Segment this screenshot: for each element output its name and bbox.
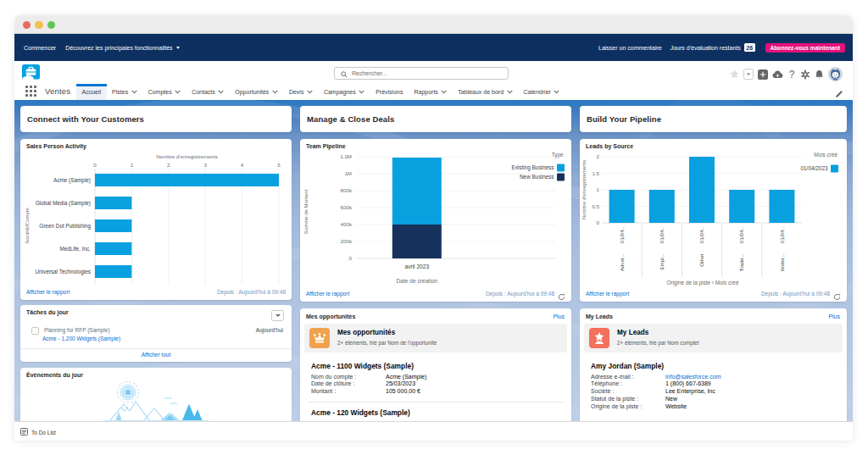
minimize-window-button[interactable] [35, 21, 43, 30]
todo-list-utility[interactable]: To Do List [20, 428, 56, 436]
utility-bar: To Do List [14, 421, 853, 440]
list-title[interactable]: My Leads [617, 329, 648, 336]
tab-accueil[interactable]: Accueil [76, 84, 107, 100]
task-related-link[interactable]: Acme - 1,200 Widgets (Sample) [42, 336, 120, 341]
record-name-link[interactable]: Acme - 120 Widgets (Sample) [311, 408, 563, 417]
list-title[interactable]: Mes opportunités [337, 329, 395, 336]
refresh-icon[interactable] [558, 289, 565, 297]
help-icon[interactable]: ? [787, 69, 796, 80]
record-field: Origine de la piste :Website [591, 403, 838, 411]
chart-text: Adver... 01/04.. [619, 227, 625, 272]
ui-element [25, 90, 28, 92]
tab-pr-visions[interactable]: Prévisions [370, 84, 409, 100]
record-name-link[interactable]: Amy Jordan (Sample) [591, 362, 838, 370]
ui-element [30, 94, 32, 97]
field-value: 25/03/2023 [386, 380, 415, 388]
ui-element [25, 86, 28, 88]
chart-text: ? [789, 69, 795, 80]
view-report-link[interactable]: Afficher le rapport [306, 291, 349, 297]
chart-text: 1M [344, 170, 352, 176]
list-banner: Mes opportunités2+ éléments, trié par No… [304, 324, 567, 352]
more-link[interactable]: Plus [828, 314, 840, 319]
global-actions-icon[interactable] [758, 69, 768, 80]
record-name-link[interactable]: Acme - 1100 Widgets (Sample) [311, 362, 563, 370]
chart-rect [95, 242, 131, 255]
divider [20, 348, 292, 349]
more-link[interactable]: Plus [553, 314, 565, 319]
chart-text: Origine de la piste › Mois créé [667, 280, 739, 286]
discover-features-menu[interactable]: Découvrez les principales fonctionnalité… [65, 45, 179, 51]
tab-opportunit-s[interactable]: Opportunités [230, 84, 284, 100]
icon-path [175, 91, 181, 93]
icon-path [442, 91, 447, 93]
avatar[interactable] [828, 67, 843, 81]
tab-campagnes[interactable]: Campagnes [318, 84, 370, 100]
chevron-down-icon [272, 90, 278, 94]
view-report-link[interactable]: Afficher le rapport [586, 291, 629, 297]
favorites-dropdown-button[interactable] [743, 69, 754, 80]
card-title: Tâches du jour [26, 309, 69, 315]
maximize-window-button[interactable] [47, 21, 56, 30]
search-placeholder: Rechercher... [352, 70, 387, 76]
tab-tableaux-de-bord[interactable]: Tableaux de bord [453, 84, 518, 100]
card-title: Mes opportunités [306, 314, 355, 319]
app-launcher-icon[interactable] [25, 86, 36, 97]
icon-path [815, 70, 823, 77]
icon-path [595, 341, 604, 344]
caret-down-icon [176, 47, 180, 49]
task-checkbox[interactable] [31, 327, 39, 335]
tab-calendrier[interactable]: Calendrier [518, 84, 565, 100]
global-search-input[interactable]: Rechercher... [334, 67, 509, 80]
refresh-icon[interactable] [833, 289, 841, 297]
tasks-menu-button[interactable] [271, 310, 284, 321]
chart-text: 2 [167, 162, 170, 168]
field-label: Société : [591, 388, 665, 396]
chart-rect [557, 174, 565, 181]
icon-path [121, 407, 128, 411]
tab-devis[interactable]: Devis [283, 84, 318, 100]
todo-list-label: To Do List [31, 430, 56, 436]
chart-rect [804, 69, 806, 71]
tab-pistes[interactable]: Pistes [107, 84, 143, 100]
chart-text: Existing Business [511, 164, 554, 171]
chart-text: Somme de Montant [303, 189, 309, 234]
tab-comptes[interactable]: Comptes [142, 84, 186, 100]
todays-tasks-card: Tâches du jour Planning for RFP (Sample)… [20, 305, 292, 362]
chart-text: 3 [203, 162, 207, 168]
tab-contacts[interactable]: Contacts [186, 84, 230, 100]
app-logo-icon[interactable] [22, 64, 40, 80]
task-due-date: Aujourd'hui [256, 327, 283, 333]
tab-label: Tableaux de bord [458, 89, 504, 95]
field-label: Origine de la piste : [591, 403, 665, 411]
tab-rapports[interactable]: Rapports [409, 84, 453, 100]
trial-banner: Commencer Découvrez les principales fonc… [14, 34, 853, 61]
feedback-link[interactable]: Laisser un commentaire [598, 45, 662, 51]
chart-text: avril 2023 [405, 264, 430, 269]
salesforce-assistant-icon[interactable] [772, 69, 783, 79]
notifications-bell-icon[interactable] [815, 69, 824, 80]
subscribe-button[interactable]: Abonnez-vous maintenant [765, 43, 845, 53]
field-value-link[interactable]: info@salesforce.com [665, 374, 721, 381]
todo-list-icon [20, 428, 28, 436]
view-all-link[interactable]: Afficher tout [20, 352, 292, 358]
tab-label: Contacts [192, 89, 215, 95]
setup-gear-icon[interactable] [800, 69, 810, 80]
icon-path [170, 403, 177, 404]
get-started-link[interactable]: Commencer [24, 45, 56, 51]
chart-text: 800k [341, 187, 353, 193]
view-report-link[interactable]: Afficher le rapport [26, 289, 70, 295]
chart-gridline [345, 75, 347, 77]
chart-rect [729, 190, 754, 223]
chart-rect [831, 165, 838, 173]
task-name[interactable]: Planning for RFP (Sample) [44, 327, 110, 333]
close-window-button[interactable] [23, 21, 31, 30]
chart-rect [609, 190, 635, 223]
favorites-star-icon[interactable] [730, 69, 739, 79]
field-value: New [665, 396, 677, 403]
ui-container: AccueilPistesComptesContactsOpportunités… [76, 82, 565, 100]
ui-element [30, 86, 32, 88]
vector-graphic [341, 71, 348, 78]
field-value: Lee Enterprise, Inc [665, 388, 715, 396]
record-field: Adresse e-mail :info@salesforce.com [591, 374, 838, 381]
chevron-down-icon [359, 90, 364, 94]
